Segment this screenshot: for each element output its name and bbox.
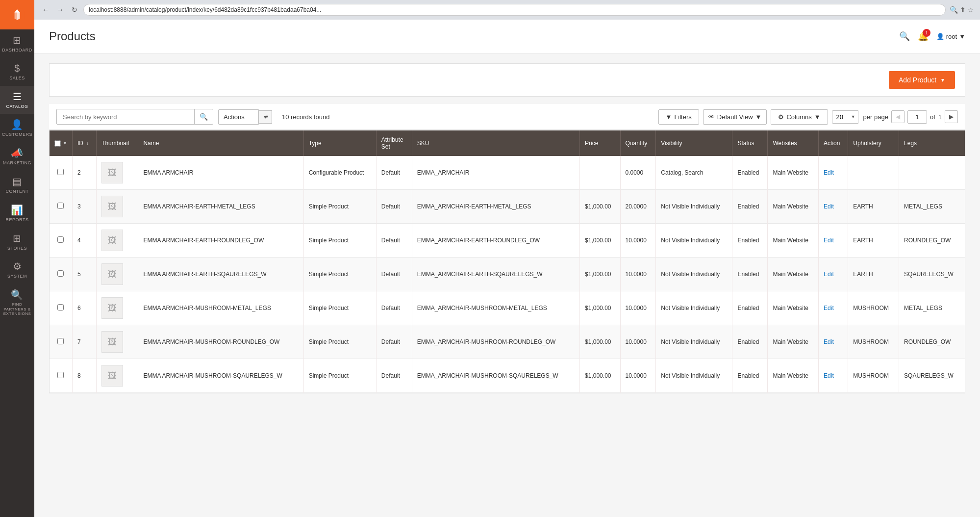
edit-link[interactable]: Edit: [824, 271, 834, 278]
sidebar-item-sales[interactable]: $ SALES: [0, 58, 34, 86]
records-count: 10 records found: [282, 113, 330, 121]
cell-status: Enabled: [732, 156, 768, 190]
cell-type: Configurable Product: [303, 156, 376, 190]
cell-type: Simple Product: [303, 291, 376, 325]
filter-icon: ▼: [666, 113, 672, 121]
page-of-text: of: [930, 113, 935, 121]
cell-thumbnail: 🖼: [97, 359, 138, 393]
filters-button[interactable]: ▼ Filters: [658, 109, 699, 125]
per-page-select[interactable]: 20 30 50 100 200: [832, 110, 858, 124]
share-icon[interactable]: ⬆: [960, 6, 966, 14]
row-checkbox[interactable]: [57, 203, 64, 209]
cell-status: Enabled: [732, 359, 768, 393]
forward-button[interactable]: →: [55, 5, 66, 15]
th-sku[interactable]: SKU: [412, 130, 579, 156]
th-price[interactable]: Price: [580, 130, 620, 156]
th-quantity[interactable]: Quantity: [620, 130, 656, 156]
cell-action: Edit: [819, 224, 848, 258]
back-button[interactable]: ←: [40, 5, 51, 15]
stores-icon: ⊞: [13, 233, 22, 244]
find-partners-icon: 🔍: [11, 289, 24, 301]
sidebar-item-content[interactable]: ▤ CONTENT: [0, 171, 34, 199]
row-checkbox[interactable]: [57, 304, 64, 310]
refresh-button[interactable]: ↻: [70, 5, 79, 15]
bookmark-icon[interactable]: ☆: [968, 6, 974, 14]
sidebar-logo[interactable]: [0, 0, 34, 29]
edit-link[interactable]: Edit: [824, 237, 834, 244]
cell-status: Enabled: [732, 258, 768, 291]
row-checkbox[interactable]: [57, 372, 64, 378]
page-total: 1: [938, 113, 942, 121]
reports-icon: 📊: [11, 204, 24, 216]
cell-legs: METAL_LEGS: [899, 190, 965, 224]
cell-visibility: Not Visible Individually: [656, 291, 732, 325]
cell-sku: EMMA_ARMCHAIR-MUSHROOM-SQAURELEGS_W: [412, 359, 579, 393]
add-product-button[interactable]: Add Product ▼: [889, 71, 955, 89]
th-name[interactable]: Name: [138, 130, 303, 156]
edit-link[interactable]: Edit: [824, 372, 834, 379]
columns-button[interactable]: ⚙ Columns ▼: [771, 109, 828, 125]
cell-websites: Main Website: [768, 325, 819, 359]
edit-link[interactable]: Edit: [824, 305, 834, 311]
sidebar-item-catalog[interactable]: ☰ CATALOG: [0, 86, 34, 114]
cell-upholstery: [848, 156, 899, 190]
actions-select[interactable]: Actions: [218, 109, 259, 125]
row-checkbox[interactable]: [57, 338, 64, 344]
sidebar-item-customers[interactable]: 👤 CUSTOMERS: [0, 114, 34, 142]
cell-type: Simple Product: [303, 359, 376, 393]
row-checkbox[interactable]: [57, 270, 64, 277]
cell-id: 6: [72, 291, 96, 325]
table-header-row: ▼ ID ↓ Thumbnail Name Type AttributeSet …: [50, 130, 965, 156]
cell-attribute-set: Default: [376, 190, 412, 224]
default-view-button[interactable]: 👁 Default View ▼: [703, 109, 767, 125]
edit-link[interactable]: Edit: [824, 338, 834, 345]
cell-status: Enabled: [732, 224, 768, 258]
row-checkbox[interactable]: [57, 169, 64, 175]
row-checkbox[interactable]: [57, 236, 64, 243]
edit-link[interactable]: Edit: [824, 169, 834, 176]
search-browser-icon[interactable]: 🔍: [950, 6, 958, 14]
columns-icon: ⚙: [778, 113, 784, 121]
cell-websites: Main Website: [768, 291, 819, 325]
th-legs[interactable]: Legs: [899, 130, 965, 156]
sidebar-item-reports[interactable]: 📊 REPORTS: [0, 199, 34, 228]
next-page-button[interactable]: ▶: [945, 110, 958, 123]
cell-action: Edit: [819, 359, 848, 393]
user-menu[interactable]: 👤 root ▼: [936, 33, 965, 40]
th-upholstery[interactable]: Upholstery: [848, 130, 899, 156]
th-status[interactable]: Status: [732, 130, 768, 156]
cell-websites: Main Website: [768, 156, 819, 190]
sidebar-item-system[interactable]: ⚙ SYSTEM: [0, 256, 34, 284]
sidebar-item-stores[interactable]: ⊞ STORES: [0, 228, 34, 256]
select-all-dropdown-icon[interactable]: ▼: [63, 141, 67, 146]
browser-actions: 🔍 ⬆ ☆: [950, 6, 974, 14]
sales-icon: $: [14, 63, 20, 74]
edit-link[interactable]: Edit: [824, 203, 834, 210]
prev-page-button[interactable]: ◀: [891, 110, 905, 123]
th-attribute-set[interactable]: AttributeSet: [376, 130, 412, 156]
cell-upholstery: EARTH: [848, 190, 899, 224]
search-button[interactable]: 🔍: [899, 31, 910, 42]
sidebar-item-find-partners[interactable]: 🔍 FIND PARTNERS & EXTENSIONS: [0, 284, 34, 321]
thumbnail-placeholder-icon: 🖼: [108, 202, 117, 212]
th-websites[interactable]: Websites: [768, 130, 819, 156]
notifications-button[interactable]: 🔔 1: [918, 31, 929, 42]
cell-name: EMMA ARMCHAIR-MUSHROOM-SQAURELEGS_W: [138, 359, 303, 393]
search-input[interactable]: [57, 110, 194, 124]
th-id[interactable]: ID ↓: [72, 130, 96, 156]
search-submit-button[interactable]: 🔍: [194, 109, 213, 124]
url-bar[interactable]: [83, 4, 946, 16]
sidebar-item-marketing[interactable]: 📣 MARKETING: [0, 142, 34, 171]
page-number-input[interactable]: [907, 110, 927, 124]
actions-dropdown-arrow-icon[interactable]: ▼: [259, 110, 272, 124]
th-type[interactable]: Type: [303, 130, 376, 156]
cell-websites: Main Website: [768, 258, 819, 291]
select-all-checkbox[interactable]: [54, 140, 61, 147]
sidebar-item-dashboard[interactable]: ⊞ DASHBOARD: [0, 29, 34, 58]
th-visibility[interactable]: Visibility: [656, 130, 732, 156]
browser-bar: ← → ↻ 🔍 ⬆ ☆: [34, 0, 980, 20]
cell-id: 8: [72, 359, 96, 393]
filter-row-right: ▼ Filters 👁 Default View ▼ ⚙ Columns ▼: [658, 109, 958, 125]
cell-name: EMMA ARMCHAIR-EARTH-METAL_LEGS: [138, 190, 303, 224]
pagination-bar: 20 30 50 100 200 per page ◀ of 1 ▶: [832, 110, 958, 124]
